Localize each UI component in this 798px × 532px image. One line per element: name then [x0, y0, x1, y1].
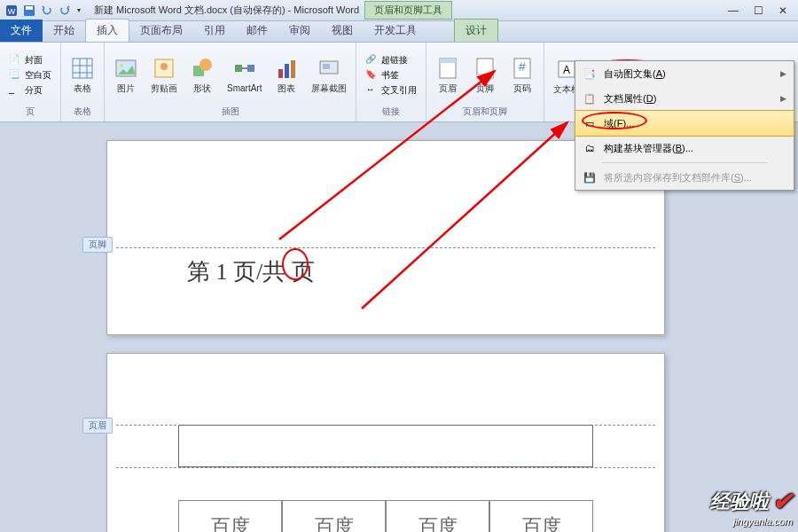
- hf-group-label: 页眉和页脚: [463, 104, 507, 120]
- svg-rect-25: [477, 74, 493, 78]
- tab-insert[interactable]: 插入: [85, 19, 129, 42]
- tab-references[interactable]: 引用: [193, 20, 236, 42]
- shapes-label: 形状: [193, 82, 211, 95]
- svg-rect-23: [440, 59, 456, 63]
- pages-group-label: 页: [26, 104, 35, 120]
- dd-field-label: 域: [604, 118, 614, 129]
- svg-point-14: [200, 59, 212, 71]
- hyperlink-button[interactable]: 🔗超链接: [362, 53, 420, 67]
- qat-dropdown[interactable]: ▾: [74, 3, 83, 19]
- table-cell[interactable]: 百度: [489, 500, 593, 532]
- dd-save-selection: 💾 将所选内容保存到文档部件库(S)...: [575, 165, 794, 190]
- crossref-button[interactable]: ↔交叉引用: [362, 83, 420, 98]
- svg-rect-19: [291, 60, 295, 78]
- picture-label: 图片: [117, 82, 135, 95]
- tab-design[interactable]: 设计: [454, 19, 498, 42]
- table-row: 百度 百度 百度 百度: [178, 500, 593, 532]
- tab-developer[interactable]: 开发工具: [364, 20, 427, 42]
- dd-docprops-label: 文档属性: [604, 93, 643, 104]
- screenshot-button[interactable]: 屏幕截图: [308, 54, 350, 97]
- illustrations-group-label: 插图: [222, 104, 239, 120]
- bookmark-button[interactable]: 🔖书签: [362, 68, 420, 82]
- blank-page-button[interactable]: 📃空白页: [5, 68, 55, 82]
- bookmark-label: 书签: [381, 69, 399, 82]
- dd-save-label: 将所选内容保存到文档部件库: [604, 172, 731, 183]
- header-label: 页眉: [439, 82, 457, 95]
- pagenum-label: 页码: [513, 82, 531, 95]
- links-group-label: 链接: [382, 104, 400, 120]
- tab-view[interactable]: 视图: [321, 20, 364, 42]
- chevron-right-icon: ▶: [780, 94, 786, 103]
- svg-rect-18: [285, 64, 289, 78]
- page-2[interactable]: 页眉 百度 百度 百度 百度: [106, 353, 665, 532]
- svg-rect-15: [235, 65, 242, 72]
- tab-layout[interactable]: 页面布局: [129, 20, 193, 42]
- table-outline: [178, 425, 593, 467]
- svg-rect-16: [247, 65, 254, 72]
- footer-button[interactable]: 页脚: [469, 54, 501, 97]
- clipart-button[interactable]: 剪贴画: [147, 54, 181, 97]
- screenshot-label: 屏幕截图: [311, 82, 347, 95]
- header-button[interactable]: 页眉: [432, 54, 464, 97]
- tab-home[interactable]: 开始: [43, 20, 85, 42]
- word-icon: W: [4, 3, 20, 19]
- field-icon: ▭: [583, 116, 597, 130]
- pagenum-button[interactable]: #页码: [506, 54, 538, 97]
- page-break-button[interactable]: ⎯分页: [5, 83, 55, 98]
- autotext-icon: 📑: [583, 66, 597, 81]
- svg-rect-4: [73, 59, 92, 78]
- qat-redo[interactable]: [57, 3, 73, 19]
- svg-text:#: #: [520, 59, 527, 74]
- header-tag: 页眉: [82, 418, 113, 434]
- docprops-icon: 📋: [583, 91, 597, 106]
- dd-autotext-label: 自动图文集: [604, 68, 653, 79]
- svg-text:W: W: [8, 7, 16, 16]
- cover-page-label: 封面: [25, 54, 43, 66]
- window-title: 新建 Microsoft Word 文档.docx (自动保存的) - Micr…: [87, 4, 364, 17]
- smartart-label: SmartArt: [227, 83, 262, 93]
- dd-blocks-label: 构建基块管理器: [604, 143, 672, 153]
- tab-review[interactable]: 审阅: [278, 20, 321, 42]
- qat-save[interactable]: [21, 3, 37, 19]
- chart-button[interactable]: 图表: [270, 54, 302, 97]
- close-button[interactable]: ✕: [771, 3, 794, 19]
- crossref-label: 交叉引用: [381, 84, 417, 97]
- save-icon: 💾: [583, 170, 597, 184]
- svg-rect-17: [278, 69, 283, 78]
- smartart-button[interactable]: SmartArt: [223, 55, 265, 95]
- table-cell[interactable]: 百度: [386, 500, 489, 532]
- footer-text[interactable]: 第 1 页/共 页: [187, 256, 315, 287]
- maximize-button[interactable]: ☐: [747, 3, 770, 19]
- dd-autotext[interactable]: 📑 自动图文集(A) ▶: [575, 61, 794, 86]
- table-label: 表格: [74, 82, 91, 95]
- tables-group-label: 表格: [74, 104, 91, 120]
- qat-undo[interactable]: [39, 3, 55, 19]
- table-button[interactable]: 表格: [66, 54, 98, 97]
- chart-label: 图表: [278, 82, 295, 95]
- dd-field[interactable]: ▭ 域(F)...: [575, 110, 794, 137]
- svg-text:A: A: [563, 64, 570, 76]
- table-cell[interactable]: 百度: [178, 500, 282, 532]
- blocks-icon: 🗂: [583, 141, 597, 155]
- svg-point-12: [160, 63, 168, 70]
- table-cell[interactable]: 百度: [282, 500, 386, 532]
- dd-docprops[interactable]: 📋 文档属性(D) ▶: [575, 86, 794, 111]
- minimize-button[interactable]: —: [722, 3, 745, 19]
- page-break-label: 分页: [25, 84, 43, 97]
- footer-tag: 页脚: [82, 237, 113, 253]
- hyperlink-label: 超链接: [381, 54, 408, 66]
- quickparts-dropdown: 📑 自动图文集(A) ▶ 📋 文档属性(D) ▶ ▭ 域(F)... 🗂 构建基…: [575, 60, 794, 191]
- context-tab-label: 页眉和页脚工具: [364, 1, 452, 20]
- chevron-right-icon: ▶: [780, 69, 786, 78]
- picture-button[interactable]: 图片: [110, 54, 142, 97]
- blank-page-label: 空白页: [25, 69, 51, 82]
- shapes-button[interactable]: 形状: [186, 54, 218, 97]
- footer-label: 页脚: [476, 82, 494, 95]
- cover-page-button[interactable]: 📄封面: [5, 53, 55, 67]
- svg-rect-3: [26, 6, 33, 10]
- clipart-label: 剪贴画: [151, 82, 177, 95]
- tab-file[interactable]: 文件: [0, 20, 43, 42]
- tab-mailings[interactable]: 邮件: [236, 20, 278, 42]
- dd-blocks[interactable]: 🗂 构建基块管理器(B)...: [575, 136, 794, 160]
- svg-rect-21: [323, 64, 330, 69]
